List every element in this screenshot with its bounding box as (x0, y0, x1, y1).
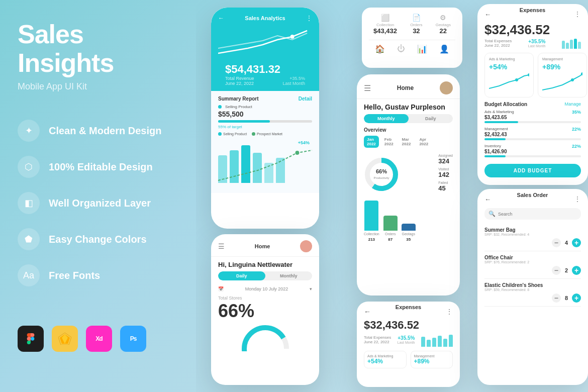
home-nav-icon[interactable]: 🏠 (375, 44, 385, 54)
month-tabs: Jan2022 Feb2022 Mar2022 Apr2022 (357, 136, 460, 152)
home2-menu-icon[interactable]: ☰ (218, 242, 225, 250)
ads-marketing-card: Ads & Marketing +54% (364, 351, 407, 368)
bar-orders-fill (383, 216, 398, 231)
svg-point-3 (290, 35, 295, 39)
so-item-2-name: Office Chair (484, 255, 581, 260)
mar-tab[interactable]: Mar2022 (399, 136, 414, 148)
so-item-2-plus[interactable]: + (572, 266, 581, 275)
back-arrow-icon[interactable]: ← (218, 15, 224, 22)
svg-point-4 (296, 151, 300, 155)
so-item-1-minus[interactable]: − (552, 238, 561, 247)
expenses-menu-icon[interactable]: ⋮ (446, 308, 453, 316)
feature-item-2: ⬡ 100% Editable Design (18, 156, 173, 178)
donut-stats: Assigned 324 Visited 142 Failed 45 (438, 154, 453, 194)
ads-val: +54% (367, 358, 403, 365)
so-item-3-qty-row: − 8 + (484, 293, 581, 303)
clean-design-icon: ✦ (18, 120, 40, 142)
geotags-label: Geotags (436, 23, 451, 27)
mini-bar-4 (438, 336, 442, 347)
xd-icon: Xd (86, 326, 112, 352)
analytics-header: ← Sales Analytics ⋮ $54,431.32 Total Rev… (211, 8, 319, 91)
so-item-1-plus[interactable]: + (572, 238, 581, 247)
mgmt-label: Management (414, 354, 450, 358)
orders-stat: 📄 Orders 32 (410, 14, 422, 35)
bar-collection: Collection 213 (364, 201, 379, 242)
mgmt-val: +89% (414, 358, 450, 365)
add-budget-button[interactable]: ADD BUDGET (484, 164, 581, 177)
power-nav-icon[interactable]: ⏻ (397, 44, 405, 54)
so-item-2-minus[interactable]: − (552, 266, 561, 275)
feb-tab[interactable]: Feb2022 (381, 136, 397, 148)
mini-bar-3 (432, 338, 436, 347)
revenue-block: $54,431.32 Total Revenue June 22, 2022 +… (218, 58, 312, 91)
feature-label-2: 100% Editable Design (49, 161, 153, 173)
bars-area: Collection 213 Orders 87 Geotags 35 (357, 199, 460, 246)
phone-right-expenses: ← Expenses ⋮ $32,436.52 Total Expenses J… (477, 4, 588, 185)
menu-hamburger-icon[interactable]: ☰ (364, 83, 371, 93)
home2-donut-area (211, 324, 319, 351)
visited-label: Visited (438, 167, 453, 171)
subtitle: Mobile App UI Kit (18, 81, 173, 92)
summary-title: Summary Report (218, 96, 259, 102)
summary-detail[interactable]: Detail (299, 96, 312, 102)
home2-monthly-tab[interactable]: Monthly (265, 271, 313, 280)
monthly-tab[interactable]: Monthly (364, 114, 409, 123)
re-bar-3 (570, 40, 573, 49)
home2-header: ☰ Home (211, 234, 319, 257)
collection-val: $43,432 (373, 27, 397, 35)
feature-item-5: Aa Free Fonts (18, 264, 173, 286)
search-input[interactable] (498, 212, 577, 217)
legend-prospect-dot (252, 132, 255, 136)
so-back-icon[interactable]: ← (484, 195, 491, 203)
menu-icon[interactable]: ⋮ (306, 15, 312, 22)
revenue-change: +35.5% (282, 76, 305, 81)
figma-icon (18, 326, 44, 352)
total-stores-label: Total Stores (211, 293, 319, 301)
chart-nav-icon[interactable]: 📊 (417, 44, 427, 54)
home2-daily-tab[interactable]: Daily (218, 271, 265, 280)
re-back-icon[interactable]: ← (484, 11, 491, 18)
so-item-2-sub: SRP: $76, Recommended: 2 (484, 260, 581, 264)
expenses-change: +35.5% (398, 335, 415, 341)
bar-chart-area: +54% (218, 138, 312, 188)
expenses-label: Total Expenses (364, 335, 391, 340)
geotags-icon: ⚙ (436, 14, 451, 22)
so-search-bar[interactable]: 🔍 (484, 208, 581, 220)
so-item-3-plus[interactable]: + (572, 293, 581, 303)
budget-inv-amount: $1,426.90 (484, 149, 581, 154)
so-item-2-qty-row: − 2 + (484, 266, 581, 275)
failed-label: Failed (438, 181, 453, 184)
so-item-3-qty: 8 (565, 295, 568, 301)
chevron-icon[interactable]: ▾ (310, 286, 312, 291)
re-bar-1 (562, 41, 565, 49)
budget-manage[interactable]: Manage (564, 102, 581, 107)
re-menu-icon[interactable]: ⋮ (574, 10, 581, 18)
summary-section: Summary Report Detail Selling Product $5… (211, 91, 319, 193)
editable-design-icon: ⬡ (18, 156, 40, 178)
home2-donut (240, 324, 290, 351)
date-row: 📅 Monday 10 July 2022 ▾ (211, 284, 319, 293)
bar-orders: Orders 87 (383, 216, 398, 242)
bar-collection-fill (364, 201, 378, 231)
re-change: +35.5% (528, 39, 546, 44)
expenses-back-icon[interactable]: ← (364, 308, 371, 316)
trend-line-svg (218, 143, 312, 188)
budget-inv-name: Inventory (484, 144, 501, 148)
re-bar-2 (566, 43, 569, 49)
person-nav-icon[interactable]: 👤 (439, 44, 449, 54)
so-menu-icon[interactable]: ⋮ (574, 195, 581, 203)
jan-tab[interactable]: Jan2022 (364, 136, 379, 148)
svg-point-11 (515, 78, 518, 81)
big-pct-text: 66% (211, 301, 319, 322)
apr-tab[interactable]: Apr2022 (416, 136, 431, 148)
so-item-3-minus[interactable]: − (552, 293, 561, 303)
bar-orders-label: Orders (385, 232, 396, 236)
phone-home: ☰ Home Hello, Gustav Purpleson Monthly D… (357, 74, 460, 296)
phone-stats: ⬜ Collection $43,432 📄 Orders 32 ⚙ Geota… (362, 8, 462, 68)
ps-icon: Ps (120, 326, 146, 352)
svg-point-13 (571, 78, 574, 81)
stats-grid: ⬜ Collection $43,432 📄 Orders 32 ⚙ Geota… (369, 14, 455, 35)
daily-tab[interactable]: Daily (409, 114, 453, 123)
home-title-text: Home (397, 84, 414, 91)
so-item-3-sub: SRP: $59, Recommended: 8 (484, 288, 581, 291)
